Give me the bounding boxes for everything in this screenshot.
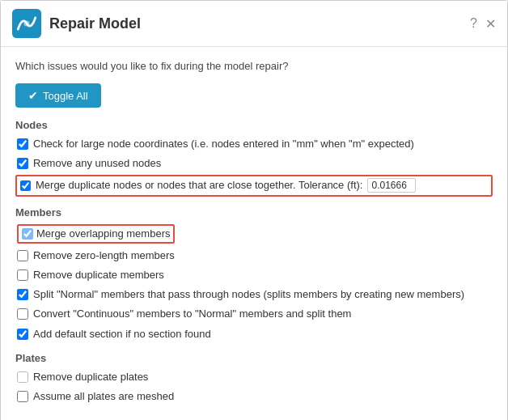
default-section-checkbox[interactable] — [17, 329, 28, 340]
list-item: Assume all plates are meshed — [15, 388, 493, 405]
skyciv-logo — [12, 9, 41, 38]
header-icons: ? ✕ — [470, 16, 496, 32]
dialog-title: Repair Model — [49, 15, 470, 32]
unused-nodes-checkbox[interactable] — [17, 158, 28, 169]
nodes-section-title: Nodes — [15, 119, 493, 131]
list-item: Convert "Continuous" members to "Normal"… — [15, 306, 493, 322]
dup-members-label: Remove duplicate members — [33, 268, 164, 282]
dup-plates-label: Remove duplicate plates — [33, 370, 148, 384]
all-meshed-label: Assume all plates are meshed — [33, 389, 174, 404]
list-item: Merge overlapping members — [15, 223, 493, 244]
merge-nodes-label: Merge duplicate nodes or nodes that are … — [36, 178, 362, 193]
dup-plates-checkbox[interactable] — [17, 371, 28, 383]
zero-length-label: Remove zero-length members — [33, 248, 175, 263]
repair-model-dialog: Repair Model ? ✕ Which issues would you … — [0, 0, 508, 420]
split-normal-checkbox[interactable] — [17, 289, 28, 300]
list-item: Remove duplicate members — [15, 267, 493, 283]
merge-nodes-checkbox[interactable] — [20, 180, 31, 191]
list-item: Remove any unused nodes — [15, 155, 493, 172]
convert-continuous-checkbox[interactable] — [17, 308, 28, 320]
merge-nodes-row: Merge duplicate nodes or nodes that are … — [15, 175, 493, 196]
svg-point-1 — [23, 20, 29, 26]
close-dialog-icon[interactable]: ✕ — [485, 16, 496, 32]
plates-section: Plates Remove duplicate plates Assume al… — [15, 352, 493, 405]
all-meshed-checkbox[interactable] — [17, 391, 28, 402]
subtitle: Which issues would you like to fix durin… — [15, 60, 493, 72]
default-section-label: Add default section if no section found — [33, 327, 211, 342]
large-node-checkbox[interactable] — [17, 138, 28, 150]
convert-continuous-label: Convert "Continuous" members to "Normal"… — [33, 307, 351, 321]
tolerance-input[interactable] — [367, 178, 416, 193]
large-node-label: Check for large node coordinates (i.e. n… — [33, 137, 414, 151]
list-item: Split "Normal" members that pass through… — [15, 286, 493, 303]
dialog-header: Repair Model ? ✕ — [1, 1, 507, 47]
list-item: Check for large node coordinates (i.e. n… — [15, 136, 493, 152]
list-item: Remove zero-length members — [15, 248, 493, 264]
split-normal-label: Split "Normal" members that pass through… — [33, 287, 464, 302]
unused-nodes-label: Remove any unused nodes — [33, 156, 161, 171]
zero-length-checkbox[interactable] — [17, 250, 28, 261]
plates-section-title: Plates — [15, 352, 493, 364]
list-item: Remove duplicate plates — [15, 369, 493, 385]
help-icon[interactable]: ? — [470, 16, 477, 31]
nodes-section: Nodes Check for large node coordinates (… — [15, 119, 493, 197]
merge-members-highlighted: Merge overlapping members — [17, 224, 175, 244]
dup-members-checkbox[interactable] — [17, 269, 28, 281]
members-section-title: Members — [15, 206, 493, 218]
merge-members-label: Merge overlapping members — [36, 227, 170, 241]
toggle-check-icon: ✔ — [28, 89, 38, 102]
toggle-all-label: Toggle All — [43, 90, 88, 102]
members-section: Members Merge overlapping members Remove… — [15, 206, 493, 342]
list-item: Add default section if no section found — [15, 326, 493, 342]
merge-members-checkbox[interactable] — [22, 228, 33, 240]
dialog-body: Which issues would you like to fix durin… — [1, 47, 507, 420]
toggle-all-button[interactable]: ✔ Toggle All — [15, 83, 101, 108]
